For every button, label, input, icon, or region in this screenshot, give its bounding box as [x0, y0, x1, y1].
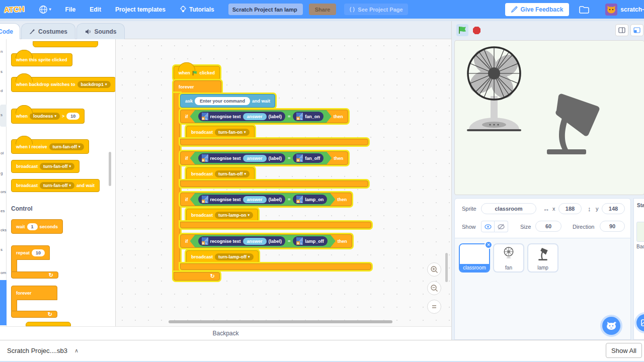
- project-name-input[interactable]: [228, 4, 303, 15]
- vertical-scrollbar[interactable]: [445, 253, 448, 282]
- palette-when-sprite-clicked[interactable]: when this sprite clicked: [11, 53, 72, 66]
- ml-equals-condition[interactable]: ML recognise text answer (label) = ML la…: [190, 235, 336, 247]
- ml-recognise-text-block[interactable]: ML recognise text answer (label): [198, 153, 286, 163]
- message-dropdown[interactable]: turn-fan-off▾: [49, 143, 84, 150]
- palette-broadcast[interactable]: broadcast turn-fan-off▾: [11, 160, 79, 173]
- tab-sounds[interactable]: Sounds: [76, 23, 125, 39]
- y-input[interactable]: 148: [602, 203, 625, 214]
- block-category-strip[interactable]: n s d s ol g ors es cks s om: [0, 39, 7, 326]
- language-selector[interactable]: ▾: [32, 0, 58, 19]
- script-forever-bottom[interactable]: ↻: [174, 272, 220, 281]
- backdrop-thumbnail[interactable]: [636, 222, 644, 242]
- delete-sprite-button[interactable]: ✕: [485, 241, 493, 249]
- code-canvas[interactable]: when clicked forever ↻ ask Enter your co…: [116, 39, 451, 326]
- sprite-name-input[interactable]: classroom: [481, 203, 536, 214]
- ml-recognise-text-block[interactable]: ML recognise text answer (label): [198, 236, 286, 246]
- menu-tutorials[interactable]: Tutorials: [173, 0, 221, 19]
- give-feedback-button[interactable]: Give Feedback: [505, 3, 570, 16]
- large-stage-button[interactable]: [630, 24, 643, 36]
- message-dropdown[interactable]: turn-fan-on▾: [215, 129, 250, 136]
- palette-when-loudness[interactable]: when loudness▾ > 10: [11, 109, 85, 124]
- answer-reporter[interactable]: answer: [243, 196, 267, 203]
- answer-reporter[interactable]: answer: [243, 155, 267, 162]
- ml-equals-condition[interactable]: ML recognise text answer (label) = ML fa…: [190, 110, 332, 123]
- zoom-in-button[interactable]: [427, 262, 441, 277]
- ml-label-block[interactable]: ML lamp_on: [293, 195, 327, 204]
- ml-recognise-text-block[interactable]: ML recognise text answer (label): [198, 195, 286, 204]
- extension-category-box[interactable]: [0, 280, 7, 325]
- menu-edit[interactable]: Edit: [83, 0, 108, 19]
- see-project-page-button[interactable]: See Project Page: [344, 4, 408, 15]
- menu-file[interactable]: File: [58, 0, 83, 19]
- zoom-reset-button[interactable]: [427, 300, 441, 314]
- backdrop-dropdown[interactable]: backdrop1▾: [77, 81, 111, 88]
- account-menu[interactable]: scratch-: [605, 4, 644, 16]
- script-broadcast-block[interactable]: broadcast turn-lamp-off▾: [186, 250, 259, 263]
- ml-label-block[interactable]: ML fan_off: [293, 153, 324, 163]
- message-dropdown[interactable]: turn-fan-off▾: [40, 163, 74, 170]
- palette-wait-seconds[interactable]: wait 1 seconds: [11, 219, 63, 234]
- script-broadcast-block[interactable]: broadcast turn-fan-on▾: [186, 126, 255, 139]
- small-stage-button[interactable]: [615, 24, 628, 36]
- zoom-out-button[interactable]: [427, 281, 441, 295]
- ml-recognise-text-block[interactable]: ML recognise text answer (label): [198, 112, 286, 121]
- loudness-dropdown[interactable]: loudness▾: [30, 113, 60, 120]
- script-if-block[interactable]: if ML recognise text answer (label) = ML…: [180, 110, 348, 123]
- tab-code[interactable]: Code: [0, 23, 20, 39]
- palette-scrollbar[interactable]: [109, 152, 111, 186]
- palette-broadcast-and-wait[interactable]: broadcast turn-fan-off▾ and wait: [11, 179, 100, 192]
- add-backdrop-button[interactable]: [636, 314, 644, 331]
- script-ask-and-wait[interactable]: ask Enter your command and wait: [180, 94, 275, 108]
- ml-label-block[interactable]: ML lamp_off: [293, 236, 328, 246]
- repeat-value-input[interactable]: 10: [32, 249, 45, 256]
- size-input[interactable]: 60: [535, 221, 561, 232]
- direction-input[interactable]: 90: [600, 221, 625, 232]
- folder-button[interactable]: [572, 0, 596, 19]
- menu-project-templates[interactable]: Project templates: [108, 0, 173, 19]
- loudness-value-input[interactable]: 10: [66, 113, 79, 120]
- message-dropdown[interactable]: turn-lamp-off▾: [215, 253, 254, 260]
- green-flag-button[interactable]: [456, 24, 468, 36]
- show-all-button[interactable]: Show All: [606, 343, 642, 358]
- script-if-block[interactable]: if ML recognise text answer (label) = ML…: [180, 234, 352, 248]
- script-broadcast-block[interactable]: broadcast turn-lamp-on▾: [186, 209, 258, 222]
- palette-block-partial-top[interactable]: [33, 41, 98, 47]
- palette-forever[interactable]: forever: [11, 286, 57, 300]
- sprite-card-lamp[interactable]: lamp: [527, 243, 558, 273]
- backpack-bar[interactable]: Backpack: [0, 326, 451, 340]
- share-button[interactable]: Share: [309, 4, 337, 15]
- ml-equals-condition[interactable]: ML recognise text answer (label) = ML fa…: [190, 152, 332, 164]
- stop-button[interactable]: [470, 24, 482, 36]
- message-dropdown[interactable]: turn-lamp-on▾: [215, 212, 253, 219]
- chevron-up-icon[interactable]: ∧: [74, 347, 78, 354]
- message-dropdown[interactable]: turn-fan-off▾: [215, 170, 250, 177]
- ask-text-input[interactable]: Enter your command: [195, 97, 250, 105]
- sprite-card-fan[interactable]: fan: [493, 243, 524, 273]
- x-input[interactable]: 188: [558, 203, 582, 214]
- stage-selector-cut[interactable]: Sta Back: [633, 198, 644, 340]
- sprite-card-classroom[interactable]: ✕ classroom: [459, 243, 490, 273]
- palette-when-backdrop-switches[interactable]: when backdrop switches to backdrop1▾: [11, 77, 116, 92]
- script-broadcast-block[interactable]: broadcast turn-fan-off▾: [186, 167, 255, 180]
- script-if-block[interactable]: if ML recognise text answer (label) = ML…: [180, 193, 352, 206]
- palette-repeat[interactable]: repeat 10: [11, 245, 50, 260]
- palette-block-partial-bottom[interactable]: [26, 322, 71, 326]
- message-dropdown[interactable]: turn-fan-off▾: [40, 182, 74, 189]
- wait-value-input[interactable]: 1: [27, 223, 38, 230]
- scratch-logo[interactable]: ATCH: [0, 0, 32, 19]
- script-if-block[interactable]: if ML recognise text answer (label) = ML…: [180, 151, 348, 165]
- ml-label-block[interactable]: ML fan_on: [293, 112, 324, 121]
- palette-when-i-receive[interactable]: when I receive turn-fan-off▾: [11, 139, 89, 154]
- ml-equals-condition[interactable]: ML recognise text answer (label) = ML la…: [190, 193, 336, 206]
- script-forever-top[interactable]: forever: [174, 80, 221, 94]
- answer-reporter[interactable]: answer: [243, 113, 267, 120]
- download-filename[interactable]: Scratch Projec....sb3: [7, 347, 67, 354]
- show-button[interactable]: [481, 221, 495, 232]
- hide-button[interactable]: [495, 221, 508, 232]
- tab-costumes[interactable]: Costumes: [21, 23, 75, 39]
- answer-reporter[interactable]: answer: [243, 238, 267, 245]
- horizontal-scrollbar[interactable]: [169, 320, 392, 323]
- stage[interactable]: [454, 40, 644, 195]
- script-when-flag-clicked[interactable]: when clicked: [174, 66, 220, 80]
- add-sprite-button[interactable]: [602, 317, 620, 335]
